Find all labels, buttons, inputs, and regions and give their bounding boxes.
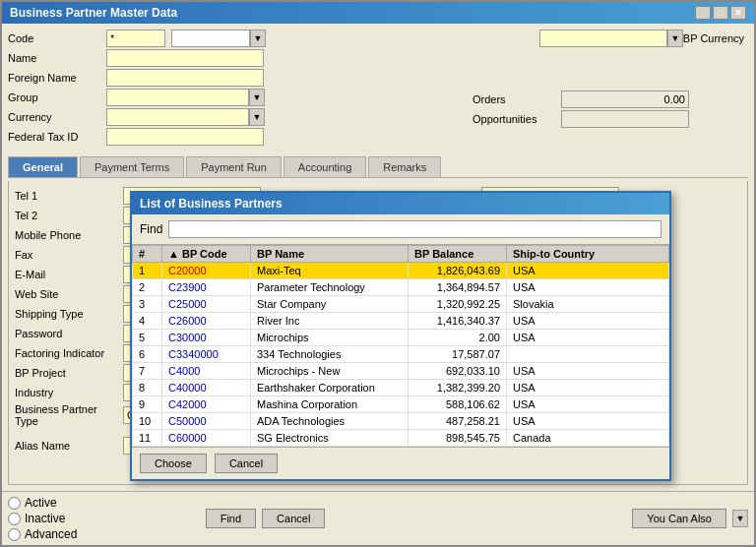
radio-advanced[interactable]: Advanced	[8, 527, 77, 541]
you-can-also-dropdown-icon[interactable]: ▼	[732, 510, 748, 527]
cell-country: USA	[507, 380, 669, 396]
cell-country: USA	[507, 263, 669, 279]
cell-code: C30000	[162, 330, 251, 346]
table-row[interactable]: 9 C42000 Mashina Corporation 588,106.62 …	[133, 396, 669, 413]
cancel-button[interactable]: Cancel	[262, 509, 325, 528]
cell-balance: 692,033.10	[409, 363, 507, 380]
name-row: Name	[8, 49, 463, 67]
cell-name: Earthshaker Corporation	[251, 380, 409, 396]
code-secondary-input[interactable]	[171, 30, 250, 47]
tab-remarks[interactable]: Remarks	[368, 156, 441, 177]
radio-inactive-label: Inactive	[25, 512, 65, 525]
cell-country: USA	[507, 396, 669, 413]
col-bp-name[interactable]: BP Name	[251, 246, 409, 263]
cell-country: USA	[507, 313, 669, 330]
bp-project-label: BP Project	[15, 367, 123, 379]
popup-find-label: Find	[140, 222, 162, 236]
cell-name: Parameter Technology	[251, 279, 409, 296]
find-button[interactable]: Find	[206, 509, 256, 528]
cell-balance: 17,587.07	[409, 346, 507, 363]
cell-num: 3	[133, 296, 162, 313]
currency-dropdown-icon[interactable]: ▼	[249, 108, 265, 126]
cell-country: USA	[507, 413, 669, 430]
group-input[interactable]	[106, 89, 249, 106]
table-row[interactable]: 10 C50000 ADA Technologies 487,258.21 US…	[133, 413, 669, 430]
cell-name: Star Company	[251, 296, 409, 313]
radio-active[interactable]: Active	[8, 496, 77, 510]
cell-balance: 588,106.62	[409, 396, 507, 413]
col-ship-country[interactable]: Ship-to Country	[507, 246, 669, 263]
bottom-buttons: Find Cancel You Can Also ▼	[206, 509, 748, 528]
table-row[interactable]: 3 C25000 Star Company 1,320,992.25 Slova…	[133, 296, 669, 313]
popup-table-body: 1 C20000 Maxi-Teq 1,826,043.69 USA 2 C23…	[133, 263, 669, 447]
cell-name: Microchips	[251, 330, 409, 346]
cell-code: C26000	[162, 313, 251, 330]
you-can-also-button[interactable]: You Can Also	[632, 509, 726, 528]
col-num[interactable]: #	[133, 246, 162, 263]
bp-currency-dropdown-icon[interactable]: ▼	[667, 30, 683, 47]
top-section: Code ▼ Name Foreign Name	[8, 30, 748, 148]
col-bp-code[interactable]: ▲ BP Code	[162, 246, 251, 263]
list-of-business-partners-dialog: List of Business Partners Find # ▲ BP Co…	[130, 191, 671, 481]
radio-advanced-input[interactable]	[8, 528, 21, 541]
cell-balance: 1,382,399.20	[409, 380, 507, 396]
code-dropdown-icon[interactable]: ▼	[250, 30, 266, 47]
radio-active-input[interactable]	[8, 497, 21, 510]
orders-row: Orders	[472, 91, 748, 108]
table-row[interactable]: 4 C26000 River Inc 1,416,340.37 USA	[133, 313, 669, 330]
table-row[interactable]: 5 C30000 Microchips 2.00 USA	[133, 330, 669, 346]
table-row[interactable]: 1 C20000 Maxi-Teq 1,826,043.69 USA	[133, 263, 669, 279]
code-row: Code ▼	[8, 30, 463, 47]
cell-code: C23900	[162, 279, 251, 296]
maximize-button[interactable]: □	[713, 6, 728, 20]
foreign-name-input[interactable]	[106, 69, 264, 87]
website-label: Web Site	[15, 288, 123, 300]
radio-inactive[interactable]: Inactive	[8, 512, 77, 525]
choose-button[interactable]: Choose	[140, 454, 207, 473]
radio-active-label: Active	[25, 496, 57, 510]
table-row[interactable]: 6 C3340000 334 Technologies 17,587.07	[133, 346, 669, 363]
bp-type-label: Business Partner Type	[15, 403, 123, 427]
close-button[interactable]: ✕	[730, 6, 746, 20]
tab-accounting[interactable]: Accounting	[284, 156, 366, 177]
radio-inactive-input[interactable]	[8, 513, 21, 525]
cell-balance: 487,258.21	[409, 413, 507, 430]
mobile-label: Mobile Phone	[15, 229, 123, 241]
cell-num: 6	[133, 346, 162, 363]
popup-cancel-button[interactable]: Cancel	[215, 454, 278, 473]
cell-num: 8	[133, 380, 162, 396]
cell-num: 10	[133, 413, 162, 430]
tab-payment-terms[interactable]: Payment Terms	[80, 156, 184, 177]
bp-currency-input[interactable]	[539, 30, 667, 47]
group-dropdown-icon[interactable]: ▼	[249, 89, 265, 106]
cell-name: 334 Technologies	[251, 346, 409, 363]
table-row[interactable]: 8 C40000 Earthshaker Corporation 1,382,3…	[133, 380, 669, 396]
foreign-name-label: Foreign Name	[8, 72, 106, 84]
popup-table-header: # ▲ BP Code BP Name BP Balance Ship-to C…	[133, 246, 669, 263]
code-input[interactable]	[106, 30, 165, 47]
tab-general[interactable]: General	[8, 156, 78, 177]
federal-tax-row: Federal Tax ID	[8, 128, 463, 146]
table-row[interactable]: 2 C23900 Parameter Technology 1,364,894.…	[133, 279, 669, 296]
federal-tax-input[interactable]	[106, 128, 264, 146]
table-row[interactable]: 11 C60000 SG Electronics 898,545.75 Cana…	[133, 430, 669, 447]
popup-find-input[interactable]	[168, 220, 662, 238]
cell-country: USA	[507, 330, 669, 346]
bp-currency-row: ▼ BP Currency	[472, 30, 748, 47]
cell-code: C4000	[162, 363, 251, 380]
name-input[interactable]	[106, 49, 264, 67]
tab-payment-run[interactable]: Payment Run	[186, 156, 282, 177]
password-label: Password	[15, 328, 123, 339]
cell-num: 2	[133, 279, 162, 296]
cell-code: C40000	[162, 380, 251, 396]
opportunities-input	[561, 110, 689, 128]
currency-input[interactable]	[106, 108, 249, 126]
col-bp-balance[interactable]: BP Balance	[409, 246, 507, 263]
cell-country: Slovakia	[507, 296, 669, 313]
popup-table: # ▲ BP Code BP Name BP Balance Ship-to C…	[132, 245, 669, 447]
cell-code: C3340000	[162, 346, 251, 363]
table-row[interactable]: 7 C4000 Microchips - New 692,033.10 USA	[133, 363, 669, 380]
opportunities-row: Opportunities	[472, 110, 748, 128]
minimize-button[interactable]: _	[695, 6, 711, 20]
federal-tax-label: Federal Tax ID	[8, 131, 106, 143]
